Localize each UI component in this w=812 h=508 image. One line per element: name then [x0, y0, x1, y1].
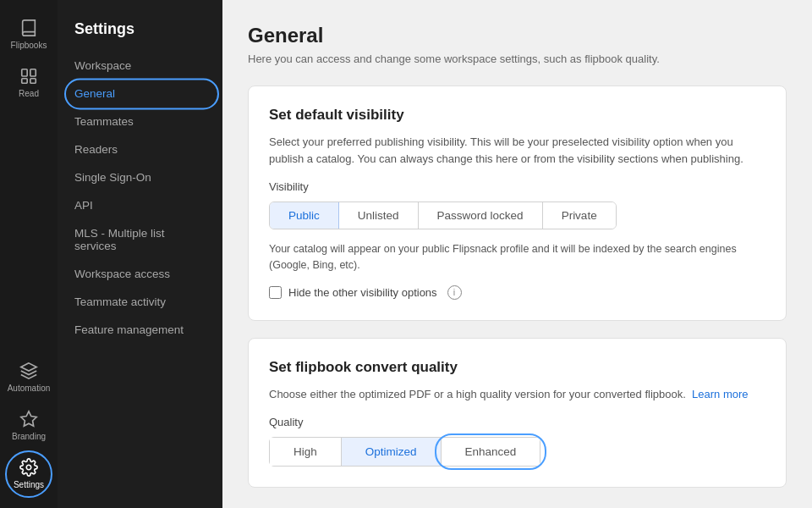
- visibility-card-title: Set default visibility: [269, 107, 765, 124]
- visibility-btn-password-locked[interactable]: Password locked: [419, 202, 543, 229]
- main-content: General Here you can access and change s…: [222, 0, 812, 508]
- visibility-btn-private[interactable]: Private: [543, 202, 616, 229]
- quality-label: Quality: [269, 416, 765, 428]
- page-subtitle: Here you can access and change some work…: [248, 52, 787, 65]
- svg-point-5: [26, 465, 31, 470]
- sidebar-icon-branding[interactable]: Branding: [0, 401, 58, 450]
- sidebar-item-workspace[interactable]: Workspace: [58, 52, 222, 80]
- visibility-btn-unlisted[interactable]: Unlisted: [339, 202, 419, 229]
- visibility-toggle-group: Public Unlisted Password locked Private: [269, 202, 617, 229]
- sidebar-icon-flipbooks[interactable]: Flipbooks: [0, 10, 58, 58]
- quality-btn-high[interactable]: High: [270, 438, 342, 466]
- hide-visibility-checkbox[interactable]: [269, 286, 282, 299]
- svg-marker-4: [21, 411, 36, 426]
- quality-btn-optimized[interactable]: Optimized: [342, 438, 442, 466]
- quality-toggle-group: High Optimized Enhanced: [269, 437, 540, 467]
- svg-rect-1: [30, 69, 36, 76]
- visibility-card-desc: Select your preferred publishing visibil…: [269, 134, 765, 167]
- visibility-btn-public[interactable]: Public: [270, 202, 339, 229]
- sidebar-item-workspace-access[interactable]: Workspace access: [58, 260, 222, 288]
- sidebar-icon-read[interactable]: Read: [0, 58, 58, 107]
- quality-card: Set flipbook convert quality Choose eith…: [248, 338, 787, 489]
- icon-sidebar: Flipbooks Read Automation Branding Setti…: [0, 0, 58, 508]
- sidebar-item-feature-management[interactable]: Feature management: [58, 316, 222, 344]
- catalog-note: Your catalog will appear on your public …: [269, 241, 765, 273]
- sidebar-item-api[interactable]: API: [58, 191, 222, 219]
- sidebar-item-mls[interactable]: MLS - Multiple list services: [58, 219, 222, 260]
- svg-rect-0: [22, 69, 27, 76]
- quality-btn-enhanced[interactable]: Enhanced: [442, 438, 540, 466]
- quality-card-title: Set flipbook convert quality: [269, 359, 765, 376]
- nav-sidebar-title: Settings: [58, 14, 222, 52]
- svg-rect-3: [30, 79, 36, 84]
- quality-card-desc: Choose either the optimized PDF or a hig…: [269, 386, 765, 403]
- hide-visibility-row: Hide the other visibility options i: [269, 285, 765, 300]
- page-title: General: [248, 24, 787, 47]
- sidebar-icon-settings[interactable]: Settings: [0, 450, 58, 498]
- sidebar-item-readers[interactable]: Readers: [58, 135, 222, 163]
- nav-sidebar: Settings Workspace General Teammates Rea…: [58, 0, 222, 508]
- visibility-card: Set default visibility Select your prefe…: [248, 86, 787, 321]
- hide-visibility-label[interactable]: Hide the other visibility options: [288, 286, 437, 299]
- info-icon[interactable]: i: [447, 285, 462, 300]
- learn-more-link[interactable]: Learn more: [692, 388, 748, 400]
- sidebar-item-general[interactable]: General: [58, 80, 222, 108]
- svg-rect-2: [22, 79, 27, 84]
- visibility-label: Visibility: [269, 180, 765, 193]
- sidebar-item-sso[interactable]: Single Sign-On: [58, 163, 222, 191]
- sidebar-item-teammates[interactable]: Teammates: [58, 108, 222, 135]
- sidebar-item-teammate-activity[interactable]: Teammate activity: [58, 288, 222, 316]
- sidebar-icon-automation[interactable]: Automation: [0, 353, 58, 401]
